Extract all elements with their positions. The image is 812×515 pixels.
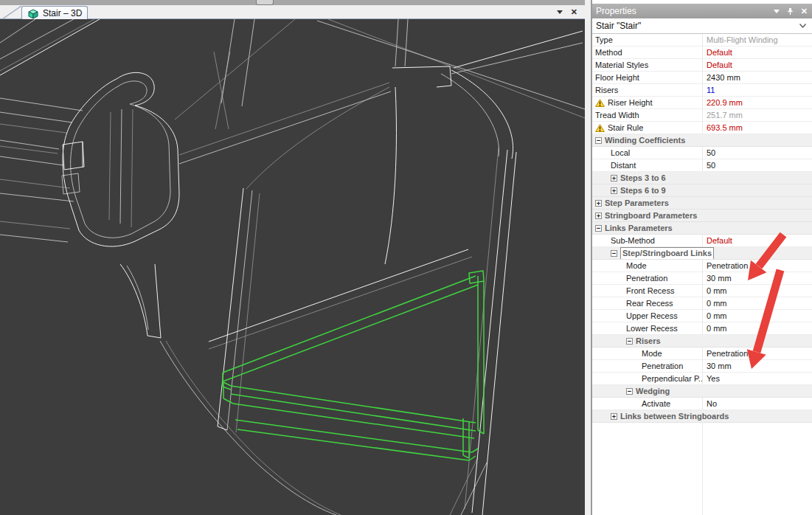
- property-value[interactable]: 693.5 mm: [702, 122, 812, 134]
- property-value[interactable]: 0 mm: [702, 322, 812, 334]
- property-row-stair-rule[interactable]: Stair Rule693.5 mm: [592, 122, 812, 134]
- section-row-stringboard-parameters[interactable]: +Stringboard Parameters: [592, 210, 812, 222]
- property-value[interactable]: 251.7 mm: [702, 109, 812, 121]
- property-row-material-styles[interactable]: Material StylesDefault: [592, 59, 812, 72]
- property-row-front-recess[interactable]: Front Recess0 mm: [592, 285, 812, 297]
- pin-icon[interactable]: [786, 7, 794, 15]
- section-row-risers[interactable]: −Risers: [592, 335, 812, 348]
- property-name-cell: +Steps 3 to 6: [592, 172, 812, 184]
- property-name-cell: Perpendicular P...: [592, 373, 702, 384]
- property-label: Local: [611, 148, 630, 159]
- property-value[interactable]: Penetration: [702, 260, 812, 272]
- property-row-distant[interactable]: Distant50: [592, 159, 812, 172]
- tab-list-dropdown-icon[interactable]: [557, 10, 563, 14]
- expand-icon-step-parameters[interactable]: +: [595, 200, 602, 207]
- property-name-cell: −Wedging: [592, 385, 812, 397]
- property-name-cell: Rear Recess: [592, 297, 702, 309]
- property-label: Stringboard Parameters: [605, 210, 697, 221]
- expand-icon-steps-3-to-6[interactable]: +: [611, 175, 617, 182]
- property-value[interactable]: 30 mm: [702, 272, 812, 284]
- property-row-activate[interactable]: ActivateNo: [592, 398, 812, 410]
- object-selector-value: Stair "Stair": [596, 21, 641, 31]
- property-value[interactable]: 0 mm: [702, 297, 812, 309]
- property-label: Winding Coefficients: [605, 135, 685, 146]
- property-value[interactable]: Default: [702, 59, 812, 71]
- property-name-cell: Mode: [592, 348, 702, 359]
- property-value[interactable]: Penetration: [702, 348, 812, 359]
- close-view-icon[interactable]: ✕: [571, 8, 577, 16]
- property-row-riser-height[interactable]: Riser Height220.9 mm: [592, 97, 812, 109]
- property-row-tread-width[interactable]: Tread Width251.7 mm: [592, 109, 812, 122]
- property-label: Sub-Method: [611, 235, 655, 246]
- object-selector-combobox[interactable]: Stair "Stair": [592, 18, 812, 34]
- section-row-links-between-stringboards[interactable]: +Links between Stringboards: [592, 410, 812, 423]
- property-name-cell: Lower Recess: [592, 322, 702, 334]
- property-label: Method: [595, 47, 622, 58]
- property-value[interactable]: 50: [702, 159, 812, 171]
- property-row-type[interactable]: TypeMulti-Flight Winding: [592, 34, 812, 46]
- collapse-icon-wedging[interactable]: −: [626, 388, 633, 395]
- property-value[interactable]: 50: [702, 147, 812, 159]
- property-row-mode[interactable]: ModePenetration: [592, 260, 812, 272]
- property-row-lower-recess[interactable]: Lower Recess0 mm: [592, 322, 812, 335]
- property-row-local[interactable]: Local50: [592, 147, 812, 159]
- property-name-cell: Tread Width: [592, 109, 702, 121]
- property-name-cell: Risers: [592, 84, 702, 96]
- panel-splitter[interactable]: [585, 0, 592, 515]
- property-value[interactable]: Default: [702, 46, 812, 58]
- expand-icon-links-between-stringboards[interactable]: +: [611, 413, 617, 420]
- property-value[interactable]: 220.9 mm: [702, 97, 812, 108]
- property-name-cell: +Stringboard Parameters: [592, 210, 812, 221]
- property-value[interactable]: 30 mm: [702, 360, 812, 372]
- panel-close-icon[interactable]: ✕: [801, 7, 808, 15]
- property-name-cell: +Step Parameters: [592, 197, 812, 209]
- expand-icon-stringboard-parameters[interactable]: +: [595, 212, 602, 219]
- property-name-cell: Material Styles: [592, 59, 702, 71]
- tab-stair-3d[interactable]: Stair – 3D: [21, 6, 88, 20]
- property-row-penetration[interactable]: Penetration30 mm: [592, 272, 812, 285]
- property-value[interactable]: Multi-Flight Winding: [702, 34, 812, 46]
- properties-title: Properties: [596, 6, 636, 16]
- property-name-cell: Sub-Method: [592, 235, 702, 246]
- property-row-mode[interactable]: ModePenetration: [592, 348, 812, 360]
- panel-menu-dropdown-icon[interactable]: [774, 10, 780, 13]
- property-value[interactable]: 0 mm: [702, 285, 812, 297]
- property-label: Links Parameters: [605, 223, 673, 234]
- property-row-perpendicular-p[interactable]: Perpendicular P...Yes: [592, 373, 812, 385]
- property-name-cell: Method: [592, 46, 702, 58]
- expand-icon-steps-6-to-9[interactable]: +: [611, 187, 617, 194]
- section-row-step-stringboard-links[interactable]: −Step/Stringboard Links: [592, 247, 812, 260]
- properties-grid: TypeMulti-Flight WindingMethodDefaultMat…: [592, 34, 812, 423]
- collapse-icon-links-parameters[interactable]: −: [595, 225, 602, 232]
- property-row-risers[interactable]: Risers11: [592, 84, 812, 97]
- section-row-winding-coefficients[interactable]: −Winding Coefficients: [592, 134, 812, 147]
- property-value[interactable]: 2430 mm: [702, 72, 812, 83]
- property-row-sub-method[interactable]: Sub-MethodDefault: [592, 235, 812, 247]
- collapse-icon-risers[interactable]: −: [626, 338, 633, 345]
- property-value[interactable]: 11: [702, 84, 812, 96]
- section-row-steps-3-to-6[interactable]: +Steps 3 to 6: [592, 172, 812, 184]
- property-value[interactable]: 0 mm: [702, 310, 812, 322]
- section-row-links-parameters[interactable]: −Links Parameters: [592, 222, 812, 235]
- cube-3d-icon: [27, 7, 39, 19]
- property-label: Risers: [595, 85, 618, 96]
- property-name-cell: Riser Height: [592, 97, 702, 108]
- collapse-icon-winding-coefficients[interactable]: −: [595, 137, 602, 144]
- collapse-icon-step-stringboard-links[interactable]: −: [611, 250, 617, 257]
- property-value[interactable]: No: [702, 398, 812, 409]
- property-row-floor-height[interactable]: Floor Height2430 mm: [592, 72, 812, 84]
- viewport-3d[interactable]: [0, 19, 585, 515]
- property-row-penetration[interactable]: Penetration30 mm: [592, 360, 812, 373]
- property-row-upper-recess[interactable]: Upper Recess0 mm: [592, 310, 812, 322]
- property-name-cell: Upper Recess: [592, 310, 702, 322]
- scrollbar-thumb[interactable]: [256, 0, 274, 5]
- section-row-wedging[interactable]: −Wedging: [592, 385, 812, 398]
- grid-column-divider: [702, 423, 703, 515]
- section-row-step-parameters[interactable]: +Step Parameters: [592, 197, 812, 210]
- property-row-rear-recess[interactable]: Rear Recess0 mm: [592, 297, 812, 310]
- property-row-method[interactable]: MethodDefault: [592, 46, 812, 59]
- stair-wireframe: [0, 19, 585, 515]
- property-value[interactable]: Default: [702, 235, 812, 246]
- property-value[interactable]: Yes: [702, 373, 812, 384]
- section-row-steps-6-to-9[interactable]: +Steps 6 to 9: [592, 184, 812, 197]
